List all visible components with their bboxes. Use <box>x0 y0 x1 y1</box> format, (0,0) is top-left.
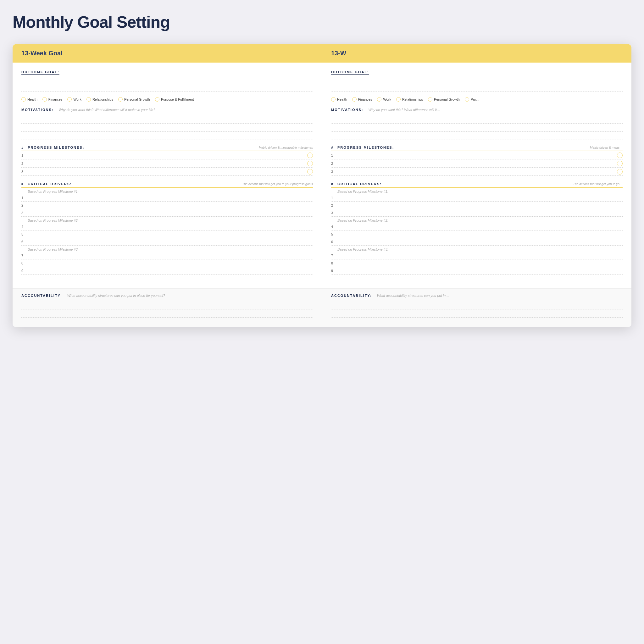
left-progress-sublabel: Metric driven & measurable milestones <box>259 146 313 149</box>
r-cat-work[interactable]: Work <box>377 97 391 102</box>
right-progress-title: PROGRESS MILESTONES: <box>337 146 590 149</box>
progress-circle-1 <box>307 153 313 158</box>
left-accountability-placeholder: What accountability structures can you p… <box>67 294 165 297</box>
left-accountability-label: ACCOUNTABILITY: <box>21 294 62 297</box>
r-cat-health-circle <box>331 97 336 102</box>
motivations-line-3 <box>21 134 313 140</box>
cat-personal-growth[interactable]: Personal Growth <box>118 97 150 102</box>
left-progress-section: # PROGRESS MILESTONES: Metric driven & m… <box>21 146 313 176</box>
outcome-line-2 <box>21 85 313 92</box>
right-header-title: 13-W <box>331 50 346 57</box>
cat-relationships-circle <box>86 97 91 102</box>
cat-finances[interactable]: Finances <box>42 97 63 102</box>
r-cat-finances[interactable]: Finances <box>352 97 372 102</box>
r-cat-personal-growth-label: Personal Growth <box>434 97 460 101</box>
cat-purpose-label: Purpose & Fulfillment <box>161 97 194 101</box>
outcome-line-1 <box>21 77 313 83</box>
r-cat-finances-circle <box>352 97 357 102</box>
cat-relationships-label: Relationships <box>92 97 113 101</box>
r-outcome-line-2 <box>331 85 623 92</box>
r-cat-relationships-circle <box>396 97 401 102</box>
left-page: 13-Week Goal OUTCOME GOAL: Health Financ… <box>13 44 322 327</box>
critical-row-8: 8 <box>21 259 313 267</box>
cat-health-label: Health <box>27 97 37 101</box>
left-header-title: 13-Week Goal <box>21 50 63 57</box>
right-page-header: 13-W <box>322 44 631 63</box>
right-critical-sublabel: The actions that will get you to yo… <box>573 182 623 186</box>
right-critical-section: # CRITICAL DRIVERS: The actions that wil… <box>331 182 623 275</box>
cat-work-label: Work <box>73 97 81 101</box>
cat-work[interactable]: Work <box>67 97 81 102</box>
cat-purpose[interactable]: Purpose & Fulfillment <box>155 97 194 102</box>
r-cat-relationships[interactable]: Relationships <box>396 97 423 102</box>
r-progress-circle-2 <box>617 161 623 166</box>
critical-row-9: 9 <box>21 267 313 275</box>
r-critical-row-4: 4 <box>331 223 623 230</box>
r-critical-row-1: 1 <box>331 194 623 202</box>
r-progress-circle-3 <box>617 169 623 175</box>
left-motivations-label: MOTIVATIONS: <box>21 108 53 112</box>
critical-row-5: 5 <box>21 230 313 238</box>
r-cat-purpose-circle <box>465 97 469 102</box>
cat-personal-growth-circle <box>118 97 123 102</box>
right-progress-section: # PROGRESS MILESTONES: Metric driven & m… <box>331 146 623 176</box>
left-critical-title: CRITICAL DRIVERS: <box>28 182 242 186</box>
critical-row-4: 4 <box>21 223 313 230</box>
left-page-footer: ACCOUNTABILITY: What accountability stru… <box>13 288 322 327</box>
r-cat-work-circle <box>377 97 381 102</box>
book-container: 13-Week Goal OUTCOME GOAL: Health Financ… <box>13 44 631 327</box>
acc-line-1 <box>21 303 313 309</box>
page-title: Monthly Goal Setting <box>13 13 631 31</box>
cat-health[interactable]: Health <box>21 97 37 102</box>
r-motivations-line-2 <box>331 125 623 132</box>
r-critical-row-3: 3 <box>331 209 623 217</box>
progress-circle-3 <box>307 169 313 175</box>
right-accountability-label: ACCOUNTABILITY: <box>331 294 372 297</box>
r-critical-row-8: 8 <box>331 259 623 267</box>
right-motivations-label: MOTIVATIONS: <box>331 108 363 112</box>
right-page: 13-W OUTCOME GOAL: Health Finances <box>322 44 631 327</box>
left-motivations-row: MOTIVATIONS: Why do you want this? What … <box>21 108 313 115</box>
motivations-line-1 <box>21 117 313 124</box>
acc-line-2 <box>21 311 313 318</box>
left-critical-sublabel: The actions that will get you to your pr… <box>242 182 313 186</box>
r-critical-row-5: 5 <box>331 230 623 238</box>
r-cat-health[interactable]: Health <box>331 97 347 102</box>
right-motivations-row: MOTIVATIONS: Why do you want this? What … <box>331 108 623 115</box>
left-outcome-goal-label: OUTCOME GOAL: <box>21 70 313 74</box>
left-accountability-lines <box>21 303 313 322</box>
r-cat-personal-growth-circle <box>428 97 432 102</box>
r-critical-row-2: 2 <box>331 202 623 209</box>
r-cat-relationships-label: Relationships <box>402 97 423 101</box>
right-critical-title: CRITICAL DRIVERS: <box>337 182 573 186</box>
progress-circle-2 <box>307 161 313 166</box>
r-cat-purpose[interactable]: Pur… <box>465 97 480 102</box>
r-progress-row-3: 3 <box>331 168 623 176</box>
r-critical-row-9: 9 <box>331 267 623 275</box>
cat-relationships[interactable]: Relationships <box>86 97 113 102</box>
right-motivations-lines <box>331 117 623 140</box>
right-motivations-placeholder: Why do you want this? What difference wi… <box>368 108 440 112</box>
left-accountability-row: ACCOUNTABILITY: What accountability stru… <box>21 294 313 301</box>
r-cat-personal-growth[interactable]: Personal Growth <box>428 97 460 102</box>
left-progress-header: # PROGRESS MILESTONES: Metric driven & m… <box>21 146 313 151</box>
r-cat-work-label: Work <box>383 97 391 101</box>
progress-row-1: 1 <box>21 151 313 159</box>
left-category-row: Health Finances Work Relationships Perso… <box>21 97 313 102</box>
r-milestone-group-2-label: Based on Progress Milestone #2: <box>331 217 623 223</box>
critical-row-3: 3 <box>21 209 313 217</box>
left-progress-title: PROGRESS MILESTONES: <box>28 146 259 149</box>
r-progress-row-2: 2 <box>331 159 623 168</box>
cat-health-circle <box>21 97 26 102</box>
right-progress-sublabel: Metric driven & meas… <box>590 146 623 149</box>
r-cat-health-label: Health <box>337 97 347 101</box>
r-milestone-group-3-label: Based on Progress Milestone #3: <box>331 246 623 252</box>
right-outcome-goal-label: OUTCOME GOAL: <box>331 70 623 74</box>
right-progress-header: # PROGRESS MILESTONES: Metric driven & m… <box>331 146 623 151</box>
r-motivations-line-1 <box>331 117 623 124</box>
right-outcome-goal-lines <box>331 77 623 92</box>
critical-row-7: 7 <box>21 252 313 259</box>
r-acc-line-1 <box>331 303 623 309</box>
critical-row-2: 2 <box>21 202 313 209</box>
left-motivations-placeholder: Why do you want this? What difference wi… <box>58 108 155 112</box>
